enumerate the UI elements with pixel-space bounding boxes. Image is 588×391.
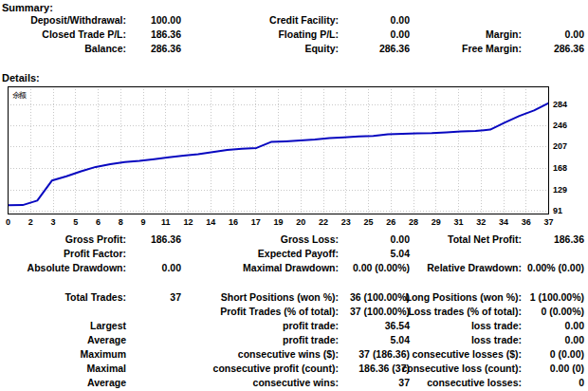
total-trades-label: Total Trades:: [64, 291, 126, 304]
largest-label: Largest: [90, 320, 126, 332]
x-axis-label: 16: [223, 217, 244, 227]
details-section-title: Details:: [2, 72, 40, 84]
total-trades-value: 37: [170, 291, 181, 304]
free-margin-label: Free Margin:: [462, 43, 522, 55]
largest-loss-trade-label: loss trade:: [471, 320, 522, 332]
x-axis-label: 12: [178, 217, 199, 227]
avg-consecutive-losses-value: 0: [579, 377, 584, 389]
summary-row: Balance: 286.36 Equity: 286.36 Free Marg…: [0, 43, 588, 55]
expected-payoff-value: 5.04: [391, 248, 410, 260]
margin-label: Margin:: [486, 28, 522, 41]
largest-loss-trade-value: 0.00: [565, 320, 584, 332]
x-axis-label: 28: [403, 217, 424, 227]
stats-row: Profit Factor: Expected Payoff: 5.04: [0, 248, 588, 260]
balance-value: 286.36: [151, 43, 181, 55]
profit-trades-value: 37 (100.00%): [350, 306, 410, 318]
consecutive-wins-label: consecutive wins ($):: [238, 348, 339, 361]
x-axis-label: 14: [200, 217, 221, 227]
total-net-profit-label: Total Net Profit:: [448, 233, 522, 246]
deposit-withdrawal-value: 100.00: [151, 14, 181, 27]
x-axis-label: 3: [43, 217, 64, 227]
y-axis-label: 129: [553, 185, 567, 195]
x-axis-label: 31: [449, 217, 469, 227]
mt4-statement-report: Summary: Deposit/Withdrawal: 100.00 Cred…: [0, 0, 588, 391]
average-profit-trade-label: profit trade:: [283, 334, 339, 346]
avg-consecutive-wins-label: consecutive wins:: [253, 377, 339, 389]
avg-consecutive-losses-label: consecutive losses:: [427, 377, 522, 389]
balance-chart: [8, 86, 549, 214]
gross-loss-label: Gross Loss:: [281, 233, 339, 246]
relative-drawdown-label: Relative Drawdown:: [427, 262, 522, 274]
gross-profit-value: 186.36: [151, 233, 181, 246]
stats-row: Profit Trades (% of total): 37 (100.00%)…: [0, 306, 588, 318]
chart-legend: 余额: [12, 90, 26, 101]
expected-payoff-label: Expected Payoff:: [258, 248, 339, 260]
y-axis-label: 246: [553, 121, 567, 130]
stats-row: Maximum consecutive wins ($): 37 (186.36…: [0, 348, 588, 361]
average-label: Average: [87, 377, 126, 389]
long-positions-label: Long Positions (won %):: [406, 291, 522, 304]
largest-profit-trade-label: profit trade:: [283, 320, 339, 332]
floating-pl-value: 0.00: [391, 28, 410, 41]
short-positions-value: 36 (100.00%): [350, 291, 410, 304]
long-positions-value: 1 (100.00%): [530, 291, 584, 304]
stats-row: Maximal consecutive profit (count): 186.…: [0, 363, 588, 375]
consecutive-loss-label: consecutive loss (count):: [401, 363, 522, 375]
x-axis-label: 36: [516, 217, 537, 227]
gross-loss-value: 0.00: [391, 233, 410, 246]
profit-trades-label: Profit Trades (% of total):: [220, 306, 339, 318]
stats-row: Average profit trade: 5.04 loss trade: 0…: [0, 334, 588, 346]
x-axis-label: 2: [20, 217, 41, 227]
x-axis-label: 5: [65, 217, 86, 227]
summary-row: Closed Trade P/L: 186.36 Floating P/L: 0…: [0, 28, 588, 41]
relative-drawdown-value: 0.00% (0.00): [527, 262, 584, 274]
floating-pl-label: Floating P/L:: [278, 28, 339, 41]
maximal-drawdown-label: Maximal Drawdown:: [243, 262, 339, 274]
closed-trade-pl-label: Closed Trade P/L:: [42, 28, 126, 41]
average-loss-trade-value: 0.00: [565, 334, 584, 346]
loss-trades-value: 0 (0.00%): [541, 306, 584, 318]
average-profit-trade-value: 5.04: [391, 334, 410, 346]
total-net-profit-value: 186.36: [554, 233, 584, 246]
y-axis-label: 91: [553, 206, 562, 215]
equity-value: 286.36: [379, 43, 410, 55]
credit-facility-label: Credit Facility:: [269, 14, 339, 27]
free-margin-value: 286.36: [554, 43, 584, 55]
deposit-withdrawal-label: Deposit/Withdrawal:: [30, 14, 126, 27]
x-axis-label: 17: [246, 217, 266, 227]
summary-row: Deposit/Withdrawal: 100.00 Credit Facili…: [0, 14, 588, 27]
consecutive-losses-label: consecutive losses ($):: [412, 348, 522, 361]
x-axis-label: 20: [290, 217, 311, 227]
consecutive-loss-value: 0.00 (0): [550, 363, 584, 375]
profit-factor-label: Profit Factor:: [64, 248, 126, 260]
loss-trades-label: Loss trades (% of total):: [408, 306, 522, 318]
x-axis-label: 26: [380, 217, 401, 227]
y-axis-label: 284: [553, 100, 567, 109]
consecutive-wins-value: 37 (186.36): [358, 348, 410, 361]
balance-chart-canvas: [8, 86, 549, 214]
average-label: Average: [87, 334, 126, 346]
x-axis-label: 25: [358, 217, 379, 227]
short-positions-label: Short Positions (won %):: [221, 291, 339, 304]
x-axis-label: 34: [493, 217, 514, 227]
x-axis-label: 11: [156, 217, 176, 227]
avg-consecutive-wins-value: 37: [398, 377, 410, 389]
x-axis-label: 8: [110, 217, 131, 227]
consecutive-profit-label: consecutive profit (count):: [213, 363, 339, 375]
gross-profit-label: Gross Profit:: [65, 233, 126, 246]
maximal-drawdown-value: 0.00 (0.00%): [353, 262, 410, 274]
x-axis-label: 9: [133, 217, 154, 227]
balance-label: Balance:: [84, 43, 126, 55]
maximal-label: Maximal: [87, 363, 126, 375]
margin-value: 0.00: [565, 28, 584, 41]
closed-trade-pl-value: 186.36: [151, 28, 181, 41]
y-axis-label: 168: [553, 163, 567, 173]
equity-label: Equity:: [304, 43, 339, 55]
stats-row: Largest profit trade: 36.54 loss trade: …: [0, 320, 588, 332]
maximum-label: Maximum: [81, 348, 126, 361]
absolute-drawdown-value: 0.00: [162, 262, 181, 274]
stats-row: Average consecutive wins: 37 consecutive…: [0, 377, 588, 389]
average-loss-trade-label: loss trade:: [471, 334, 522, 346]
absolute-drawdown-label: Absolute Drawdown:: [28, 262, 126, 274]
x-axis-label: 0: [0, 217, 19, 227]
